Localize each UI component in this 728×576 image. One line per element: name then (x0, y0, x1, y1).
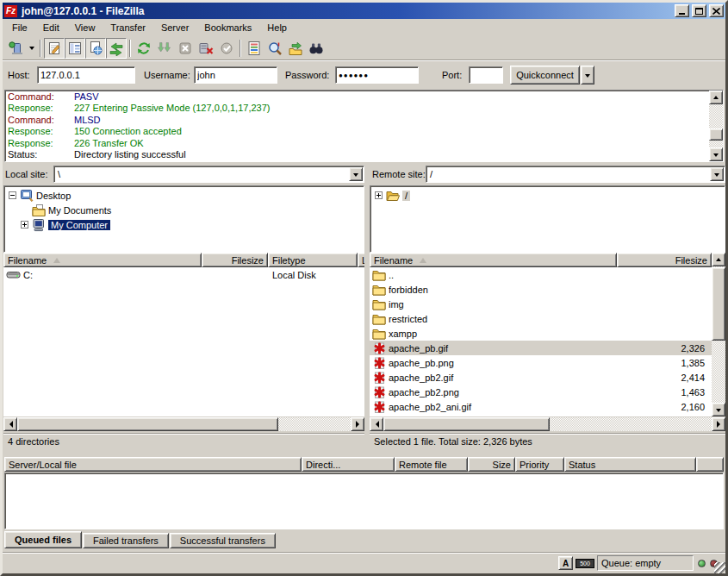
expand-icon[interactable] (21, 221, 28, 229)
close-button[interactable] (709, 4, 724, 17)
scroll-right-button[interactable] (351, 417, 364, 431)
scroll-left-button[interactable] (3, 417, 17, 431)
menu-transfer[interactable]: Transfer (103, 20, 153, 35)
process-queue-button[interactable] (154, 38, 175, 59)
toolbar-separator (129, 40, 131, 57)
port-input[interactable] (469, 66, 503, 84)
toggle-transfer-queue-button[interactable] (106, 38, 127, 59)
remote-file-row-selected[interactable]: apache_pb.gif 2,326 (370, 341, 712, 355)
scroll-right-button[interactable] (712, 417, 725, 431)
local-col-lastmodified[interactable]: L (358, 253, 364, 267)
site-manager-dropdown-button[interactable] (26, 38, 37, 59)
sync-icon (288, 41, 303, 56)
menu-edit[interactable]: Edit (35, 20, 67, 35)
remote-site-combo[interactable]: / (426, 166, 725, 183)
remote-file-row[interactable]: apache_pb.png 1,385 (370, 355, 712, 370)
menu-bookmarks[interactable]: Bookmarks (196, 20, 259, 35)
menu-server[interactable]: Server (153, 20, 196, 35)
remote-file-row[interactable]: img (370, 297, 712, 311)
queue-col-server-local-file[interactable]: Server/Local file (4, 457, 302, 472)
tree-item-my-documents[interactable]: My Documents (4, 203, 364, 217)
remote-file-row[interactable]: .. (370, 267, 712, 282)
verify-button[interactable] (216, 38, 237, 59)
toggle-local-tree-button[interactable] (65, 38, 85, 59)
site-manager-button[interactable] (5, 38, 26, 59)
remote-file-row[interactable]: restricted (370, 311, 712, 326)
scroll-down-button[interactable] (709, 147, 723, 161)
menu-help[interactable]: Help (259, 20, 295, 35)
local-site-value: \ (58, 169, 60, 179)
scroll-up-button[interactable] (712, 253, 725, 266)
directory-compare-button[interactable] (264, 38, 285, 59)
log-scrollbar[interactable] (709, 91, 723, 161)
scrollbar-thumb[interactable] (712, 267, 725, 341)
queue-col-remote-file[interactable]: Remote file (395, 457, 468, 472)
remote-col-filesize[interactable]: Filesize (617, 253, 712, 267)
queue-col-priority[interactable]: Priority (515, 457, 564, 472)
maximize-button[interactable] (692, 4, 706, 17)
remote-file-row[interactable]: apache_pb2.png 1,463 (370, 385, 712, 399)
disconnect-button[interactable] (196, 38, 216, 59)
remote-file-row[interactable]: forbidden (370, 282, 712, 297)
remote-site-label: Remote site: (372, 169, 426, 179)
scroll-left-button[interactable] (370, 417, 383, 431)
synchronized-browsing-button[interactable] (285, 38, 306, 59)
remote-hscrollbar[interactable] (370, 417, 725, 431)
cancel-button[interactable] (175, 38, 196, 59)
quickconnect-dropdown-button[interactable] (581, 66, 594, 85)
username-input[interactable] (194, 66, 277, 84)
tab-failed-transfers[interactable]: Failed transfers (83, 533, 169, 548)
tab-successful-transfers[interactable]: Successful transfers (170, 533, 276, 548)
remote-site-combo-button[interactable] (710, 167, 724, 181)
close-icon (712, 8, 720, 15)
toggle-remote-tree-button[interactable] (85, 38, 106, 59)
remote-tree-icon (88, 41, 103, 56)
local-file-row[interactable]: C: Local Disk (3, 267, 364, 282)
minimize-button[interactable] (675, 4, 689, 17)
local-col-filesize[interactable]: Filesize (202, 253, 268, 267)
local-site-combo[interactable]: \ (53, 166, 364, 183)
log-line: Response:150 Connection accepted (5, 126, 707, 137)
local-hscrollbar[interactable] (3, 417, 364, 431)
queue-list[interactable] (4, 473, 724, 529)
remote-file-row[interactable]: apache_pb2.gif 2,414 (370, 370, 712, 385)
directory-filter-button[interactable] (244, 38, 264, 59)
local-status-bar: 4 directories (3, 433, 364, 449)
remote-file-row[interactable]: apache_pb2_ani.gif 2,160 (370, 399, 712, 414)
tree-item-desktop[interactable]: Desktop (4, 188, 364, 203)
minimize-icon (679, 13, 685, 15)
remote-file-row[interactable]: xampp (370, 326, 712, 341)
refresh-button[interactable] (134, 38, 154, 59)
transfer-type-indicator: A (558, 556, 573, 570)
scrollbar-thumb[interactable] (383, 417, 550, 431)
title-bar[interactable]: Fz john@127.0.0.1 - FileZilla (3, 3, 725, 19)
resize-grip[interactable] (714, 562, 725, 573)
scroll-up-button[interactable] (709, 91, 723, 104)
tree-item-my-computer[interactable]: My Computer (4, 217, 364, 232)
tab-queued-files[interactable]: Queued files (4, 531, 82, 548)
remote-vscrollbar[interactable] (712, 253, 725, 416)
cancel-icon (177, 41, 193, 56)
tree-item-root[interactable]: / (370, 188, 725, 203)
queue-col-size[interactable]: Size (468, 457, 515, 472)
toggle-message-log-button[interactable] (44, 38, 65, 59)
local-col-filetype[interactable]: Filetype (268, 253, 358, 267)
queue-col-status[interactable]: Status (564, 457, 696, 472)
menu-file[interactable]: File (4, 20, 35, 35)
scroll-down-button[interactable] (712, 403, 725, 416)
collapse-icon[interactable] (9, 191, 16, 199)
host-input[interactable] (37, 66, 135, 84)
scrollbar-thumb[interactable] (17, 417, 278, 431)
quickconnect-button[interactable]: Quickconnect (510, 66, 580, 85)
queue-col-direction[interactable]: Directi... (302, 457, 395, 472)
local-col-filename[interactable]: Filename (3, 253, 202, 267)
find-files-button[interactable] (306, 38, 327, 59)
password-input[interactable] (335, 66, 419, 84)
scrollbar-thumb[interactable] (709, 128, 723, 141)
folder-icon (372, 283, 386, 297)
menu-view[interactable]: View (67, 20, 103, 35)
arrow-left-icon (6, 421, 13, 428)
remote-col-filename[interactable]: Filename (370, 253, 617, 267)
local-site-combo-button[interactable] (349, 167, 363, 181)
expand-icon[interactable] (375, 191, 383, 199)
